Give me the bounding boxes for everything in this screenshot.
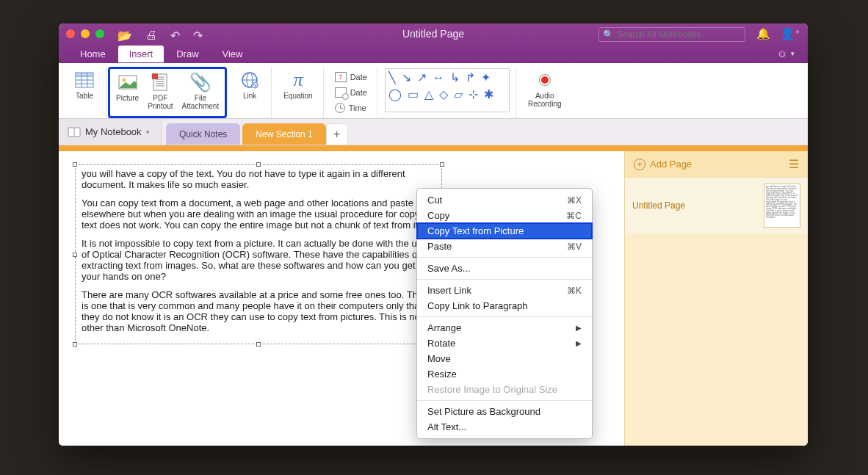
selected-image-frame[interactable]: you will have a copy of the text. You do… <box>75 164 442 344</box>
search-box[interactable]: 🔍 <box>598 27 745 42</box>
calendar-clock-icon <box>335 87 347 98</box>
shape-arrow-icon[interactable]: ↘ <box>402 72 411 84</box>
table-button[interactable]: Table <box>69 68 100 101</box>
add-page-label: Add Page <box>650 159 692 170</box>
image-paragraph: you will have a copy of the text. You do… <box>82 168 435 190</box>
ctx-copy[interactable]: Copy⌘C <box>417 208 592 223</box>
context-menu: Cut⌘X Copy⌘C Copy Text from Picture Past… <box>416 188 593 439</box>
shapes-gallery[interactable]: ╲ ↘ ↗ ↔ ↳ ↱ ✦ ◯ ▭ △ ◇ ▱ ⊹ ✱ <box>385 68 510 112</box>
notebook-name: My Notebook <box>85 126 142 137</box>
ctx-alt-text[interactable]: Alt Text... <box>417 419 592 435</box>
smiley-icon: ☺ <box>777 48 787 59</box>
shape-connector-icon[interactable]: ↳ <box>450 72 460 84</box>
shape-graph3d-icon[interactable]: ✱ <box>484 89 493 101</box>
shape-arrow2-icon[interactable]: ↗ <box>417 72 427 84</box>
date-button-2[interactable]: Date <box>331 86 371 99</box>
shape-para-icon[interactable]: ▱ <box>454 89 463 101</box>
equation-label: Equation <box>283 92 312 100</box>
shape-triangle-icon[interactable]: △ <box>424 89 433 101</box>
time-button[interactable]: Time <box>331 101 370 115</box>
add-people-icon[interactable]: 👤⁺ <box>781 27 800 40</box>
ctx-separator <box>417 316 592 317</box>
notebook-selector[interactable]: My Notebook ▾ <box>59 119 162 145</box>
resize-handle-ml[interactable] <box>73 253 77 257</box>
add-page-button[interactable]: + Add Page <box>634 159 692 170</box>
image-paragraph: It is not impossible to copy text from a… <box>82 238 435 282</box>
shape-ellipse-icon[interactable]: ◯ <box>388 89 402 101</box>
date-button-1[interactable]: 7 Date <box>331 70 371 84</box>
add-section-button[interactable]: + <box>326 123 348 145</box>
ctx-resize[interactable]: Resize <box>417 366 592 382</box>
shape-connector2-icon[interactable]: ↱ <box>466 72 475 84</box>
resize-handle-tl[interactable] <box>73 162 77 167</box>
time-label: Time <box>349 104 366 112</box>
sections-bar: My Notebook ▾ Quick Notes New Section 1 … <box>59 119 808 145</box>
ctx-paste[interactable]: Paste⌘V <box>417 239 592 254</box>
shape-diamond-icon[interactable]: ◇ <box>439 89 448 101</box>
file-attachment-button[interactable]: 📎 File Attachment <box>178 70 224 115</box>
shape-rect-icon[interactable]: ▭ <box>408 89 419 101</box>
table-icon <box>75 70 94 90</box>
ribbon-tabs: Home Insert Draw View <box>69 46 254 62</box>
ctx-rotate[interactable]: Rotate▶ <box>417 336 592 351</box>
ctx-insert-link[interactable]: Insert Link⌘K <box>417 283 592 298</box>
shape-biarrow-icon[interactable]: ↔ <box>433 72 444 84</box>
page-canvas[interactable]: you will have a copy of the text. You do… <box>59 151 624 446</box>
notebook-icon <box>68 126 81 138</box>
link-button[interactable]: Link <box>234 68 265 101</box>
resize-handle-bl[interactable] <box>73 342 77 347</box>
svg-rect-6 <box>76 73 93 76</box>
link-label: Link <box>243 92 256 100</box>
shape-graph-icon[interactable]: ⊹ <box>469 89 478 101</box>
calendar-icon: 7 <box>335 72 347 82</box>
equation-button[interactable]: π Equation <box>279 68 317 101</box>
page-title: Untitled Page <box>632 200 685 211</box>
resize-handle-bm[interactable] <box>256 342 261 347</box>
chevron-right-icon: ▶ <box>576 324 582 332</box>
table-label: Table <box>76 92 93 100</box>
ribbon-insert: Table Picture PDF Printout 📎 File Attach… <box>59 63 808 119</box>
content-area: you will have a copy of the text. You do… <box>59 151 808 446</box>
ctx-separator <box>417 400 592 401</box>
date-label-2: Date <box>350 88 367 97</box>
ctx-copy-text-from-picture[interactable]: Copy Text from Picture <box>417 223 592 239</box>
onenote-window: 📂 🖨 ↶ ↷ Untitled Page 🔍 🔔 👤⁺ Home Insert… <box>59 23 808 446</box>
picture-label: Picture <box>116 94 139 102</box>
add-page-row: + Add Page ☰ <box>625 151 808 178</box>
resize-handle-tm[interactable] <box>256 162 261 167</box>
ctx-move[interactable]: Move <box>417 351 592 366</box>
tab-home[interactable]: Home <box>69 46 117 62</box>
notifications-icon[interactable]: 🔔 <box>756 27 770 40</box>
ctx-set-background[interactable]: Set Picture as Background <box>417 404 592 419</box>
shape-axes-icon[interactable]: ✦ <box>481 72 491 84</box>
link-icon <box>240 70 259 90</box>
clock-icon <box>335 103 345 113</box>
ctx-copy-link-paragraph[interactable]: Copy Link to Paragraph <box>417 298 592 313</box>
chevron-right-icon: ▶ <box>576 339 582 347</box>
image-paragraph: There are many OCR softwares available a… <box>82 289 435 333</box>
resize-handle-tr[interactable] <box>440 162 444 167</box>
ctx-restore-image: Restore Image to Original Size <box>417 382 592 397</box>
picture-icon <box>118 72 137 93</box>
ctx-cut[interactable]: Cut⌘X <box>417 192 592 208</box>
section-tab-new-section[interactable]: New Section 1 <box>242 123 325 145</box>
titlebar-right-icons: 🔔 👤⁺ <box>756 27 800 40</box>
tab-insert[interactable]: Insert <box>118 46 164 62</box>
audio-recording-button[interactable]: Audio Recording <box>524 68 566 109</box>
plus-circle-icon: + <box>634 159 645 170</box>
shape-line-icon[interactable]: ╲ <box>388 72 396 84</box>
ctx-save-as[interactable]: Save As... <box>417 261 592 276</box>
section-tab-quick-notes[interactable]: Quick Notes <box>166 123 240 145</box>
tab-draw[interactable]: Draw <box>165 46 209 62</box>
ctx-arrange[interactable]: Arrange▶ <box>417 320 592 336</box>
pdf-printout-button[interactable]: PDF Printout <box>143 70 177 115</box>
page-list-item[interactable]: Untitled Page you will have a copy of th… <box>625 178 808 233</box>
list-view-icon[interactable]: ☰ <box>789 157 799 171</box>
share-button[interactable]: ☺ ▾ <box>765 46 806 62</box>
search-input[interactable] <box>617 29 741 40</box>
page-list-panel: + Add Page ☰ Untitled Page you will have… <box>624 151 808 446</box>
image-paragraph: You can copy text from a document, a web… <box>82 197 435 231</box>
picture-button[interactable]: Picture <box>112 70 143 115</box>
ctx-separator <box>417 257 592 258</box>
tab-view[interactable]: View <box>211 46 254 62</box>
